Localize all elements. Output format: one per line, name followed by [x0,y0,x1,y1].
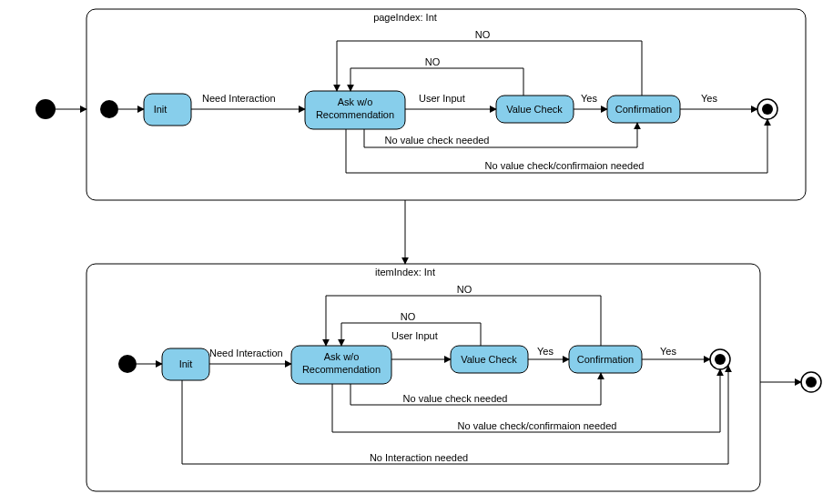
label-yes2-top: Yes [701,93,717,104]
final-node-outer-dot [806,377,817,388]
label-no-vc-top: NO [425,56,441,67]
label-user-input-bottom: User Input [391,330,438,341]
state-ask-top-label-l1: Ask w/o [338,96,373,107]
label-no-vc-bottom: NO [401,311,416,322]
label-novcconf-needed-bottom: No value check/confirmaion needed [458,420,617,431]
label-no-conf-bottom: NO [457,284,472,295]
container-pageindex-title: pageIndex: Int [373,12,437,23]
label-novcconf-needed-top: No value check/confirmaion needed [485,160,645,171]
initial-node-outer [36,99,56,119]
container-pageindex [86,9,806,200]
label-nointeraction-bottom: No Interaction needed [370,452,468,463]
container-itemindex-title: itemIndex: Int [375,267,435,277]
state-init-bottom-label: Init [179,358,193,369]
state-ask-top-label-l2: Recommendation [316,109,394,120]
label-novc-needed-bottom: No value check needed [403,393,508,404]
edge-conf-no-bottom [326,296,601,346]
label-novc-needed-top: No value check needed [385,135,490,146]
final-node-top-dot [762,104,773,115]
state-ask-bottom-label-l1: Ask w/o [324,351,360,362]
label-need-interaction-bottom: Need Interaction [209,348,283,358]
state-valuecheck-bottom-label: Value Check [461,354,517,365]
label-yes1-top: Yes [581,93,597,104]
label-yes1-bottom: Yes [537,346,554,357]
edge-nointeraction-bottom [182,366,728,464]
initial-node-top [100,100,118,118]
state-conf-bottom-label: Confirmation [577,354,634,365]
state-valuecheck-top-label: Value Check [506,104,563,115]
label-need-interaction-top: Need Interaction [202,93,276,104]
final-node-bottom-dot [715,354,726,365]
label-user-input-top: User Input [419,93,465,104]
initial-node-bottom [118,355,137,373]
state-init-top [144,94,191,126]
state-ask-bottom-label-l2: Recommendation [302,364,381,375]
label-yes2-bottom: Yes [660,346,676,357]
state-conf-top-label: Confirmation [615,104,672,115]
statechart-diagram: pageIndex: Int Init Need Interaction Ask… [0,0,833,504]
label-no-conf-top: NO [475,29,491,40]
state-init-top-label: Init [154,104,168,115]
